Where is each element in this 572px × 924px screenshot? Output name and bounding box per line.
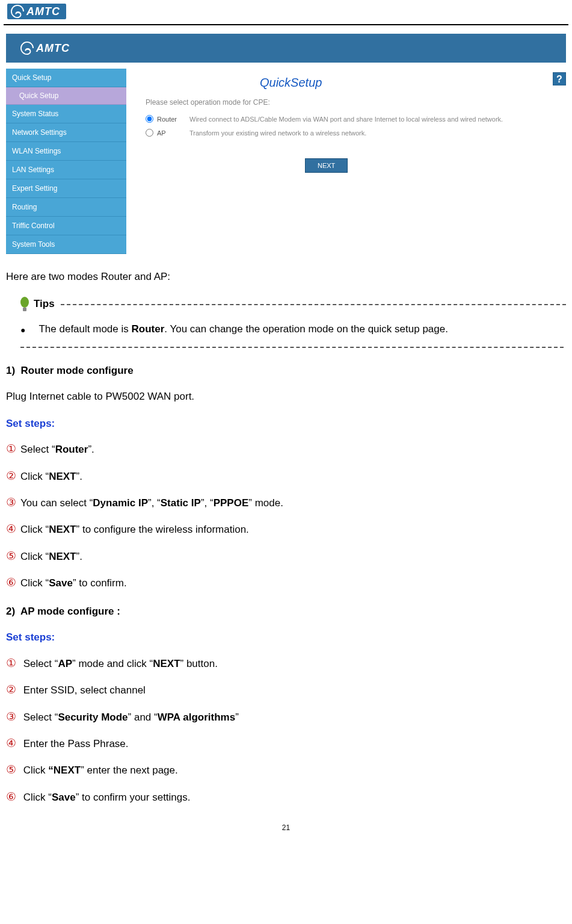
router-radio[interactable] (146, 115, 153, 123)
router-label: Router (157, 116, 186, 123)
sidebar-system-status[interactable]: System Status (6, 105, 126, 123)
ui-sidebar: Quick Setup Quick Setup System Status Ne… (6, 69, 126, 254)
ui-spacer (6, 63, 566, 69)
tip-item: ● The default mode is Router. You can ch… (20, 321, 566, 338)
bullet-icon: ● (20, 323, 25, 338)
ui-topbar: AMTC (6, 34, 566, 63)
ui-content: ? QuickSetup Please select operation mod… (126, 69, 566, 254)
next-button[interactable]: NEXT (305, 158, 348, 173)
dash-separator (20, 347, 564, 348)
page-number: 21 (0, 823, 572, 832)
doc-header: AMTC (0, 0, 572, 23)
sidebar-system-tools[interactable]: System Tools (6, 235, 126, 254)
intro-line: Here are two modes Router and AP: (6, 268, 566, 286)
r-step-6: ⑥Click “Save” to confirm. (6, 573, 566, 592)
r-step-2: ②Click “NEXT”. (6, 467, 566, 486)
a-step-2: ② Enter SSID, select channel (6, 680, 566, 699)
ap-steps: ① Select “AP” mode and click “NEXT” butt… (6, 654, 566, 807)
header-rule (4, 24, 568, 25)
r-step-4: ④Click “NEXT” to configure the wireless … (6, 519, 566, 539)
svg-rect-1 (23, 308, 26, 311)
sidebar-traffic-control[interactable]: Triffic Control (6, 217, 126, 235)
svg-point-0 (20, 297, 29, 308)
r-step-5: ⑤Click “NEXT”. (6, 547, 566, 566)
ui-brand-logo: AMTC (17, 40, 76, 56)
tip-text: The default mode is Router. You can chan… (38, 321, 447, 338)
a-step-5: ⑤ Click “NEXT” enter the next page. (6, 760, 566, 780)
ap-desc: Transform your existing wired network to… (189, 129, 366, 137)
section-1-intro: Plug Internet cable to PW5002 WAN port. (6, 388, 566, 406)
option-router: Router Wired connect to ADSL/Cable Modem… (146, 115, 554, 123)
r-step-1: ①Select “Router”. (6, 439, 566, 459)
swirl-icon (11, 5, 24, 18)
dash-line (61, 304, 566, 305)
document-body: Here are two modes Router and AP: Tips ●… (0, 268, 572, 807)
sidebar-quick-setup-sub[interactable]: Quick Setup (6, 87, 126, 105)
router-desc: Wired connect to ADSL/Cable Modem via WA… (189, 116, 503, 123)
tips-row: Tips (6, 296, 566, 314)
brand-text: AMTC (26, 5, 60, 18)
r-step-3: ③You can select “Dynamic IP”, “Static IP… (6, 493, 566, 512)
section-1-heading: 1) Router mode configure (6, 362, 566, 380)
ap-radio[interactable] (146, 129, 153, 137)
help-icon[interactable]: ? (553, 72, 566, 85)
content-desc: Please select operation mode for CPE: (146, 98, 554, 107)
sidebar-wlan-settings[interactable]: WLAN Settings (6, 142, 126, 161)
a-step-1: ① Select “AP” mode and click “NEXT” butt… (6, 654, 566, 673)
a-step-4: ④ Enter the Pass Phrase. (6, 734, 566, 753)
sidebar-expert-setting[interactable]: Expert Setting (6, 179, 126, 198)
set-steps-label-2: Set steps: (6, 629, 566, 646)
content-title: QuickSetup (260, 76, 554, 90)
sidebar-routing[interactable]: Routing (6, 198, 126, 217)
sidebar-network-settings[interactable]: Network Settings (6, 123, 126, 142)
set-steps-label-1: Set steps: (6, 415, 566, 433)
swirl-icon (20, 42, 34, 55)
a-step-3: ③ Select “Security Mode” and “WPA algori… (6, 707, 566, 727)
ap-label: AP (157, 129, 186, 137)
a-step-6: ⑥ Click “Save” to confirm your settings. (6, 787, 566, 807)
ui-brand-text: AMTC (36, 42, 70, 55)
bulb-icon (19, 296, 30, 314)
sidebar-lan-settings[interactable]: LAN Settings (6, 161, 126, 179)
brand-logo: AMTC (7, 4, 66, 19)
router-ui-screenshot: AMTC Quick Setup Quick Setup System Stat… (6, 34, 566, 254)
router-steps: ①Select “Router”. ②Click “NEXT”. ③You ca… (6, 439, 566, 592)
tips-label: Tips (34, 296, 55, 313)
option-ap: AP Transform your existing wired network… (146, 129, 554, 137)
section-2-heading: 2) AP mode configure : (6, 603, 566, 621)
sidebar-quick-setup[interactable]: Quick Setup (6, 69, 126, 87)
